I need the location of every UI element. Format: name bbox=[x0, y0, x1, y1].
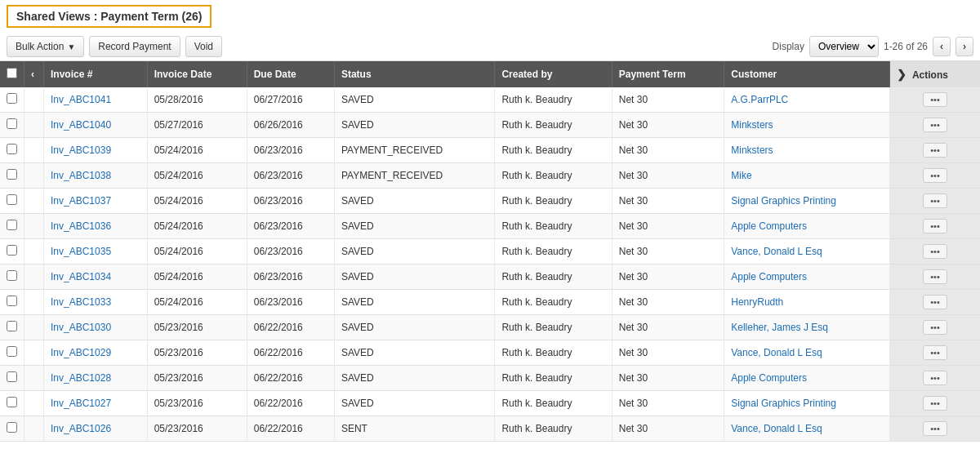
row-invoice-date: 05/24/2016 bbox=[147, 290, 247, 315]
record-payment-button[interactable]: Record Payment bbox=[89, 36, 180, 57]
row-actions-button[interactable]: ••• bbox=[923, 92, 947, 107]
next-page-button[interactable]: › bbox=[956, 37, 973, 56]
row-due-date: 06/22/2016 bbox=[247, 416, 334, 442]
table-row: Inv_ABC1029 05/23/2016 06/22/2016 SAVED … bbox=[0, 340, 980, 366]
row-actions-button[interactable]: ••• bbox=[923, 320, 947, 335]
invoice-link[interactable]: Inv_ABC1026 bbox=[51, 423, 111, 434]
row-back-cell bbox=[24, 87, 44, 113]
void-button[interactable]: Void bbox=[185, 36, 222, 57]
customer-link[interactable]: Minksters bbox=[731, 119, 773, 131]
row-actions-button[interactable]: ••• bbox=[923, 295, 947, 309]
row-invoice: Inv_ABC1040 bbox=[44, 113, 148, 138]
row-actions-button[interactable]: ••• bbox=[923, 371, 947, 385]
row-payment-term: Net 30 bbox=[612, 214, 724, 239]
customer-link[interactable]: Signal Graphics Printing bbox=[731, 398, 836, 409]
row-actions-cell: ••• bbox=[889, 416, 980, 442]
row-payment-term: Net 30 bbox=[612, 189, 724, 214]
void-label: Void bbox=[194, 41, 213, 52]
th-back: ‹ bbox=[24, 61, 44, 87]
invoice-link[interactable]: Inv_ABC1038 bbox=[51, 170, 111, 181]
customer-link[interactable]: Apple Computers bbox=[731, 372, 807, 384]
row-invoice-date: 05/24/2016 bbox=[147, 239, 247, 265]
row-checkbox[interactable] bbox=[7, 245, 17, 256]
invoice-link[interactable]: Inv_ABC1034 bbox=[51, 271, 111, 282]
row-checkbox[interactable] bbox=[7, 93, 17, 104]
invoice-link[interactable]: Inv_ABC1041 bbox=[51, 94, 111, 105]
status-badge: SENT bbox=[341, 423, 368, 434]
row-checkbox[interactable] bbox=[7, 194, 17, 205]
row-invoice-date: 05/24/2016 bbox=[147, 265, 247, 290]
invoice-link[interactable]: Inv_ABC1040 bbox=[51, 119, 111, 131]
row-status: SAVED bbox=[334, 265, 495, 290]
invoice-link[interactable]: Inv_ABC1033 bbox=[51, 296, 111, 308]
invoice-link[interactable]: Inv_ABC1028 bbox=[51, 372, 111, 384]
row-actions-button[interactable]: ••• bbox=[923, 244, 947, 259]
row-checkbox[interactable] bbox=[7, 422, 17, 433]
row-created-by: Ruth k. Beaudry bbox=[495, 189, 612, 214]
row-checkbox-cell bbox=[0, 315, 24, 340]
row-created-by: Ruth k. Beaudry bbox=[495, 340, 612, 366]
row-due-date: 06/23/2016 bbox=[247, 239, 334, 265]
customer-link[interactable]: Vance, Donald L Esq bbox=[731, 246, 822, 257]
select-all-checkbox[interactable] bbox=[7, 68, 17, 78]
row-back-cell bbox=[24, 265, 44, 290]
row-customer: Signal Graphics Printing bbox=[724, 189, 890, 214]
row-checkbox-cell bbox=[0, 391, 24, 416]
row-actions-button[interactable]: ••• bbox=[923, 269, 947, 284]
row-checkbox[interactable] bbox=[7, 169, 17, 180]
invoice-link[interactable]: Inv_ABC1036 bbox=[51, 220, 111, 232]
customer-link[interactable]: Apple Computers bbox=[731, 220, 807, 232]
row-created-by: Ruth k. Beaudry bbox=[495, 239, 612, 265]
row-due-date: 06/27/2016 bbox=[247, 87, 334, 113]
row-checkbox[interactable] bbox=[7, 321, 17, 331]
row-checkbox[interactable] bbox=[7, 371, 17, 382]
row-actions-button[interactable]: ••• bbox=[923, 193, 947, 208]
row-checkbox[interactable] bbox=[7, 118, 17, 129]
row-payment-term: Net 30 bbox=[612, 138, 724, 163]
customer-link[interactable]: Vance, Donald L Esq bbox=[731, 347, 822, 358]
row-checkbox-cell bbox=[0, 189, 24, 214]
prev-page-button[interactable]: ‹ bbox=[933, 37, 951, 56]
row-checkbox[interactable] bbox=[7, 346, 17, 357]
row-actions-button[interactable]: ••• bbox=[923, 421, 947, 436]
customer-link[interactable]: HenryRudth bbox=[731, 296, 783, 308]
invoice-link[interactable]: Inv_ABC1039 bbox=[51, 144, 111, 156]
row-checkbox[interactable] bbox=[7, 296, 17, 306]
row-due-date: 06/23/2016 bbox=[247, 265, 334, 290]
display-select[interactable]: Overview bbox=[809, 36, 879, 57]
customer-link[interactable]: Vance, Donald L Esq bbox=[731, 423, 822, 434]
row-payment-term: Net 30 bbox=[612, 366, 724, 391]
customer-link[interactable]: Apple Computers bbox=[731, 271, 807, 282]
bulk-action-button[interactable]: Bulk Action ▼ bbox=[7, 36, 84, 57]
row-invoice: Inv_ABC1026 bbox=[44, 416, 148, 442]
invoice-link[interactable]: Inv_ABC1029 bbox=[51, 347, 111, 358]
row-customer: Minksters bbox=[724, 113, 890, 138]
customer-link[interactable]: Kelleher, James J Esq bbox=[731, 322, 828, 333]
row-actions-button[interactable]: ••• bbox=[923, 118, 947, 132]
customer-link[interactable]: Mike bbox=[731, 170, 751, 181]
row-checkbox[interactable] bbox=[7, 270, 17, 281]
row-actions-button[interactable]: ••• bbox=[923, 345, 947, 360]
row-checkbox[interactable] bbox=[7, 220, 17, 230]
row-payment-term: Net 30 bbox=[612, 265, 724, 290]
row-checkbox[interactable] bbox=[7, 144, 17, 154]
row-actions-button[interactable]: ••• bbox=[923, 396, 947, 411]
row-actions-button[interactable]: ••• bbox=[923, 143, 947, 158]
customer-link[interactable]: Minksters bbox=[731, 144, 773, 156]
customer-link[interactable]: A.G.ParrPLC bbox=[731, 94, 788, 105]
invoice-link[interactable]: Inv_ABC1030 bbox=[51, 322, 111, 333]
customer-link[interactable]: Signal Graphics Printing bbox=[731, 195, 836, 207]
row-checkbox[interactable] bbox=[7, 397, 17, 407]
invoice-link[interactable]: Inv_ABC1037 bbox=[51, 195, 111, 207]
th-invoice: Invoice # bbox=[44, 61, 148, 87]
row-back-cell bbox=[24, 366, 44, 391]
row-actions-cell: ••• bbox=[889, 138, 980, 163]
row-actions-button[interactable]: ••• bbox=[923, 219, 947, 233]
invoice-link[interactable]: Inv_ABC1027 bbox=[51, 398, 111, 409]
row-actions-button[interactable]: ••• bbox=[923, 168, 947, 183]
row-actions-cell: ••• bbox=[889, 265, 980, 290]
row-invoice-date: 05/24/2016 bbox=[147, 214, 247, 239]
row-invoice: Inv_ABC1033 bbox=[44, 290, 148, 315]
invoice-link[interactable]: Inv_ABC1035 bbox=[51, 246, 111, 257]
th-due-date: Due Date bbox=[247, 61, 334, 87]
